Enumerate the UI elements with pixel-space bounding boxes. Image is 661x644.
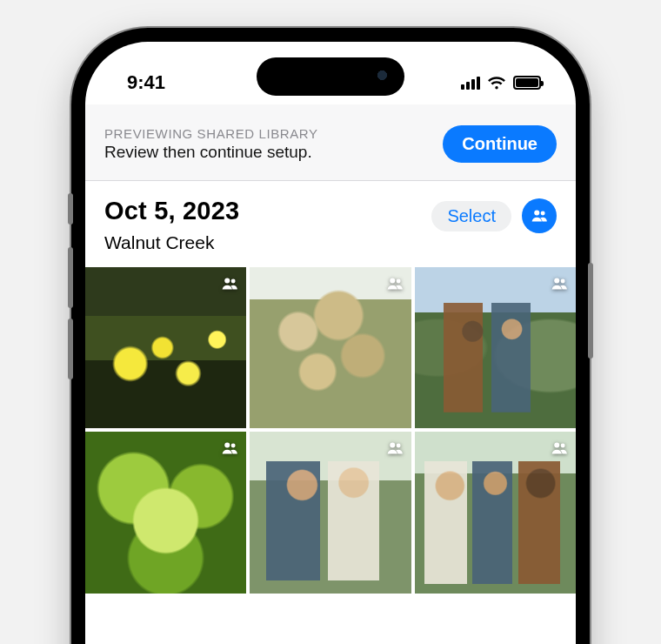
photo-tile[interactable] <box>415 432 576 593</box>
select-button[interactable]: Select <box>431 201 511 231</box>
photo-tile[interactable] <box>85 267 246 428</box>
battery-icon <box>513 76 541 90</box>
section-header: Oct 5, 2023 Walnut Creek Select <box>85 181 576 264</box>
iphone-frame: 9:41 PREVIEWING SHARED LIBRARY Review th… <box>71 28 590 644</box>
section-titles: Oct 5, 2023 Walnut Creek <box>104 197 239 253</box>
section-actions: Select <box>431 198 557 233</box>
svg-point-3 <box>231 279 236 284</box>
side-button-silence <box>68 193 73 225</box>
side-button-power <box>588 263 593 359</box>
status-right <box>461 76 541 90</box>
svg-point-12 <box>554 443 559 448</box>
side-button-volume-up <box>68 247 73 308</box>
shared-badge-icon <box>550 439 569 458</box>
wifi-icon <box>487 76 506 90</box>
screen: 9:41 PREVIEWING SHARED LIBRARY Review th… <box>85 42 576 644</box>
photo-grid <box>85 264 576 594</box>
shared-library-filter-button[interactable] <box>522 198 557 233</box>
continue-button[interactable]: Continue <box>443 125 557 163</box>
side-button-volume-down <box>68 319 73 379</box>
preview-banner-subtitle: Review then continue setup. <box>104 143 318 162</box>
photo-tile[interactable] <box>250 432 411 593</box>
section-location: Walnut Creek <box>104 232 239 253</box>
svg-point-11 <box>396 444 400 448</box>
preview-banner: PREVIEWING SHARED LIBRARY Review then co… <box>85 104 576 181</box>
photo-tile[interactable] <box>85 432 246 593</box>
photo-tile[interactable] <box>415 267 576 428</box>
shared-badge-icon <box>385 439 404 458</box>
svg-point-6 <box>554 278 559 283</box>
shared-badge-icon <box>220 439 239 458</box>
cellular-icon <box>461 76 480 90</box>
content: PREVIEWING SHARED LIBRARY Review then co… <box>85 104 576 644</box>
svg-point-4 <box>390 278 395 283</box>
svg-point-9 <box>231 444 236 448</box>
svg-point-2 <box>225 278 230 283</box>
shared-badge-icon <box>550 274 569 293</box>
svg-point-10 <box>390 443 395 448</box>
svg-point-13 <box>561 444 565 448</box>
photo-tile[interactable] <box>250 267 411 428</box>
shared-badge-icon <box>385 274 404 293</box>
svg-point-7 <box>561 279 565 284</box>
shared-badge-icon <box>220 274 239 293</box>
svg-point-8 <box>225 443 230 448</box>
svg-point-1 <box>541 211 545 216</box>
svg-point-5 <box>396 279 400 284</box>
people-icon <box>530 206 549 225</box>
svg-point-0 <box>534 210 539 215</box>
section-date: Oct 5, 2023 <box>104 197 239 225</box>
status-time: 9:41 <box>127 71 165 94</box>
preview-banner-eyebrow: PREVIEWING SHARED LIBRARY <box>104 126 318 141</box>
preview-banner-text: PREVIEWING SHARED LIBRARY Review then co… <box>104 126 318 162</box>
dynamic-island <box>257 57 404 96</box>
